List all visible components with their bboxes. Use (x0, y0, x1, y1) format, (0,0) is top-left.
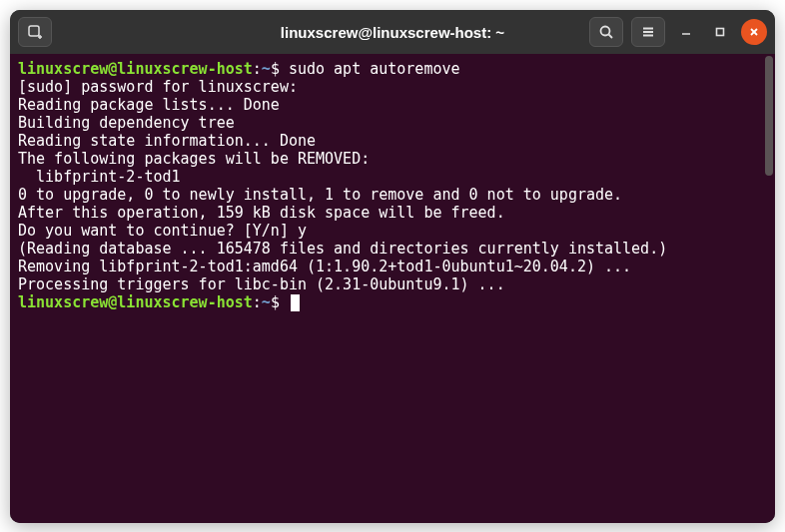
command-text: sudo apt autoremove (289, 60, 460, 78)
output-line: libfprint-2-tod1 (18, 168, 767, 186)
output-line: Building dependency tree (18, 114, 767, 132)
maximize-button[interactable] (707, 19, 733, 45)
output-line: Removing libfprint-2-tod1:amd64 (1:1.90.… (18, 258, 767, 275)
output-line: 0 to upgrade, 0 to newly install, 1 to r… (18, 186, 767, 204)
terminal-window: linuxscrew@linuxscrew-host: ~ (10, 10, 775, 523)
prompt-symbol: $ (271, 60, 280, 78)
menu-icon (640, 24, 656, 40)
prompt-cwd: ~ (262, 60, 271, 78)
terminal-body[interactable]: linuxscrew@linuxscrew-host:~$ sudo apt a… (10, 54, 775, 523)
output-line: The following packages will be REMOVED: (18, 150, 767, 168)
titlebar[interactable]: linuxscrew@linuxscrew-host: ~ (10, 10, 775, 54)
scrollbar-thumb[interactable] (765, 56, 773, 176)
prompt-sep: : (253, 293, 262, 311)
prompt-symbol: $ (271, 293, 280, 311)
prompt-line-2: linuxscrew@linuxscrew-host:~$ (18, 293, 767, 311)
output-line: (Reading database ... 165478 files and d… (18, 240, 767, 258)
scrollbar[interactable] (764, 54, 774, 523)
minimize-icon (680, 26, 692, 38)
output-line: [sudo] password for linuxscrew: (18, 78, 767, 96)
svg-rect-0 (29, 26, 39, 36)
cursor-block (291, 294, 300, 311)
close-button[interactable] (741, 19, 767, 45)
maximize-icon (714, 26, 726, 38)
menu-button[interactable] (631, 17, 665, 47)
minimize-button[interactable] (673, 19, 699, 45)
search-icon (598, 24, 614, 40)
svg-line-4 (609, 35, 613, 39)
titlebar-right (589, 17, 767, 47)
new-tab-icon (27, 24, 43, 40)
output-line: Do you want to continue? [Y/n] y (18, 222, 767, 240)
close-icon (748, 26, 760, 38)
svg-point-3 (601, 27, 610, 36)
prompt-line-1: linuxscrew@linuxscrew-host:~$ sudo apt a… (18, 60, 767, 78)
window-title: linuxscrew@linuxscrew-host: ~ (281, 24, 504, 41)
output-line: After this operation, 159 kB disk space … (18, 204, 767, 222)
prompt-cwd: ~ (262, 293, 271, 311)
svg-rect-9 (717, 29, 724, 36)
prompt-userhost: linuxscrew@linuxscrew-host (18, 293, 253, 311)
new-tab-button[interactable] (18, 17, 52, 47)
search-button[interactable] (589, 17, 623, 47)
output-line: Reading package lists... Done (18, 96, 767, 114)
output-line: Reading state information... Done (18, 132, 767, 150)
prompt-userhost: linuxscrew@linuxscrew-host (18, 60, 253, 78)
prompt-sep: : (253, 60, 262, 78)
output-line: Processing triggers for libc-bin (2.31-0… (18, 275, 767, 293)
